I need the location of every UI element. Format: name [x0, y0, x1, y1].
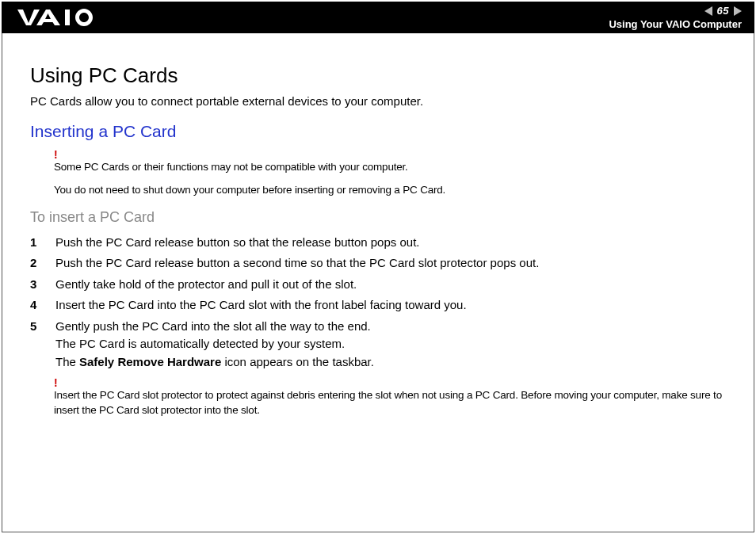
page-header: 65 Using Your VAIO Computer — [2, 2, 754, 33]
next-page-arrow-icon[interactable] — [734, 6, 742, 16]
page-number: 65 — [714, 5, 732, 17]
page-navigator: 65 — [704, 5, 742, 17]
step-text: The PC Card is automatically detected by… — [55, 335, 726, 353]
step-text: Insert the PC Card into the PC Card slot… — [55, 298, 467, 311]
vaio-logo — [17, 9, 105, 26]
prev-page-arrow-icon[interactable] — [704, 6, 712, 16]
step-text: Gently take hold of the protector and pu… — [55, 277, 357, 291]
list-item: Push the PC Card release button so that … — [30, 234, 726, 252]
list-item: Insert the PC Card into the PC Card slot… — [30, 296, 726, 315]
header-right: 65 Using Your VAIO Computer — [609, 5, 742, 30]
step-text: Push the PC Card release button so that … — [55, 235, 419, 249]
list-item: Push the PC Card release button a second… — [30, 254, 726, 273]
svg-rect-0 — [65, 10, 70, 25]
step-text: Gently push the PC Card into the slot al… — [55, 319, 371, 333]
procedure-steps: Push the PC Card release button so that … — [30, 234, 726, 372]
section-label: Using Your VAIO Computer — [609, 18, 742, 30]
list-item: Gently take hold of the protector and pu… — [30, 276, 726, 294]
step-text: The Safely Remove Hardware icon appears … — [55, 353, 726, 372]
bold-term: Safely Remove Hardware — [79, 355, 221, 368]
list-item: Gently push the PC Card into the slot al… — [30, 318, 726, 372]
step-text: Push the PC Card release button a second… — [55, 256, 539, 269]
